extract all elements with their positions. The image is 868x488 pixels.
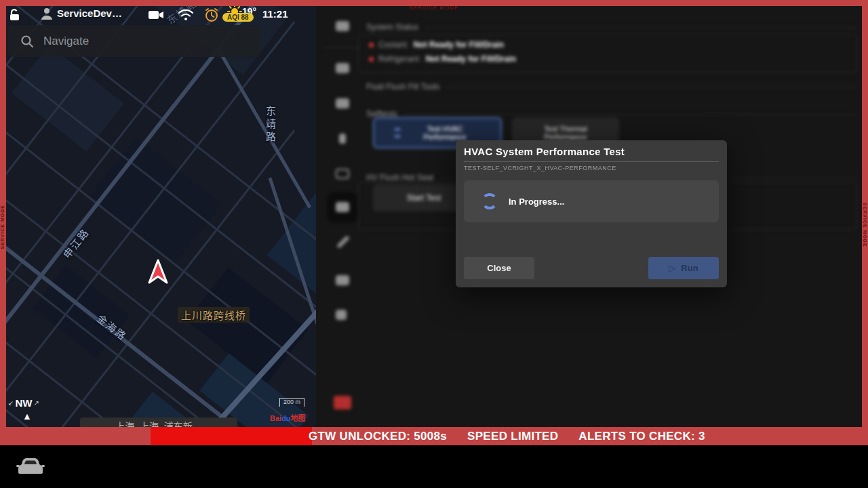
sidebar-tab-icon[interactable] bbox=[336, 98, 349, 108]
service-mode-label: SERVICE MODE bbox=[863, 203, 867, 247]
dialog-title: HVAC System Performance Test bbox=[464, 146, 625, 157]
map-label-dongjing: 东靖路 bbox=[263, 106, 277, 144]
sidebar-tab-icon[interactable] bbox=[336, 21, 349, 31]
map-panel[interactable]: 东靖路 申江路 金海路 上川路跨线桥 东靖路 ↙ NW ↗ ▲ 200 m Ba… bbox=[0, 0, 316, 427]
compass-arrow-right-icon: ↗ bbox=[33, 399, 39, 407]
aqi-badge: AQI 88 bbox=[222, 13, 254, 22]
taskbar: ‹ 21.0 › ••• i ♪ ★ bbox=[0, 445, 868, 488]
hvac-test-dialog: HVAC System Performance Test TEST-SELF_V… bbox=[456, 140, 727, 287]
car-controls-icon[interactable] bbox=[16, 456, 45, 476]
play-icon: ▷ bbox=[669, 263, 675, 273]
baidu-logo-bai: Bai bbox=[270, 414, 281, 422]
banner-text: GTW UNLOCKED: 5008s SPEED LIMITED ALERTS… bbox=[309, 427, 705, 445]
service-alert-banner: GTW UNLOCKED: 5008s SPEED LIMITED ALERTS… bbox=[0, 427, 868, 445]
dialog-divider bbox=[464, 161, 719, 162]
navigate-search-input[interactable]: Navigate bbox=[8, 25, 260, 57]
sidebar-tab-icon[interactable] bbox=[339, 134, 346, 144]
map-label-bridge: 上川路跨线桥 bbox=[178, 307, 250, 323]
profile-name[interactable]: ServiceDev… bbox=[57, 7, 122, 19]
service-mode-top-bar: SERVICE MODE bbox=[0, 0, 868, 6]
sidebar-tab-icon[interactable] bbox=[336, 235, 350, 249]
section-system-status: System Status bbox=[366, 22, 857, 32]
screen: 东靖路 申江路 金海路 上川路跨线桥 东靖路 ↙ NW ↗ ▲ 200 m Ba… bbox=[0, 0, 868, 488]
dashcam-icon[interactable] bbox=[148, 9, 164, 20]
banner-highlight bbox=[151, 427, 312, 445]
alerts-to-check-status: ALERTS TO CHECK: 3 bbox=[578, 430, 705, 443]
service-mode-right-bar: SERVICE MODE bbox=[862, 6, 868, 427]
status-row-refrigerant: Refrigerant: Not Ready for Fill/Drain bbox=[369, 54, 516, 64]
sidebar-tab-icon[interactable] bbox=[336, 169, 349, 179]
alarm-clock-icon bbox=[204, 7, 219, 22]
search-icon bbox=[20, 35, 34, 48]
run-button[interactable]: ▷ Run bbox=[648, 257, 719, 279]
service-mode-left-bar: SERVICE MODE bbox=[0, 6, 6, 427]
dialog-test-code: TEST-SELF_VCRIGHT_X_HVAC-PERFORMANCE bbox=[464, 165, 616, 171]
compass-needle-icon: ▲ bbox=[22, 411, 32, 422]
progress-panel: In Progress... bbox=[464, 180, 719, 222]
search-placeholder: Navigate bbox=[43, 35, 89, 48]
status-dot-red bbox=[369, 43, 374, 47]
sidebar-tab-active[interactable] bbox=[328, 192, 357, 222]
map-block bbox=[186, 267, 309, 383]
sidebar-tab-icon[interactable] bbox=[336, 63, 349, 73]
map-block bbox=[12, 45, 124, 151]
compass-arrow-left-icon: ↙ bbox=[8, 399, 14, 407]
baidu-attribution: Baidu地图 bbox=[270, 412, 306, 423]
speed-limited-status: SPEED LIMITED bbox=[467, 430, 558, 443]
vehicle-location-arrow-icon bbox=[145, 258, 171, 287]
sidebar-alert-icon bbox=[334, 396, 351, 409]
clock-time: 11:21 bbox=[262, 8, 288, 20]
current-location-label: 上海, 上海, 浦东新… bbox=[80, 418, 237, 427]
section-fluid-tools: Fluid Flush Fill Tools bbox=[366, 82, 857, 92]
status-row-coolant: Coolant: Not Ready for Fill/Drain bbox=[369, 40, 504, 49]
profile-icon[interactable] bbox=[39, 6, 54, 21]
compass-heading: NW bbox=[15, 397, 32, 409]
status-dot-red bbox=[369, 57, 374, 62]
progress-spinner-icon bbox=[481, 193, 498, 209]
button-spinner-icon bbox=[393, 128, 402, 138]
compass-control[interactable]: ↙ NW ↗ bbox=[8, 397, 39, 409]
sidebar-divider bbox=[324, 47, 361, 48]
wifi-icon[interactable] bbox=[178, 9, 194, 21]
close-button[interactable]: Close bbox=[464, 257, 534, 279]
service-mode-label: SERVICE MODE bbox=[409, 5, 458, 11]
baidu-logo-du: du bbox=[281, 414, 290, 422]
sidebar-tab-icon[interactable] bbox=[336, 310, 347, 320]
baidu-logo-map: 地图 bbox=[291, 414, 306, 422]
service-mode-label: SERVICE MODE bbox=[0, 205, 5, 249]
gtw-unlocked-status: GTW UNLOCKED: 5008s bbox=[309, 430, 447, 443]
unlocked-padlock-icon bbox=[8, 8, 22, 22]
map-scale: 200 m bbox=[279, 398, 304, 407]
sidebar-tab-icon[interactable] bbox=[336, 275, 349, 285]
progress-text: In Progress... bbox=[509, 197, 564, 207]
